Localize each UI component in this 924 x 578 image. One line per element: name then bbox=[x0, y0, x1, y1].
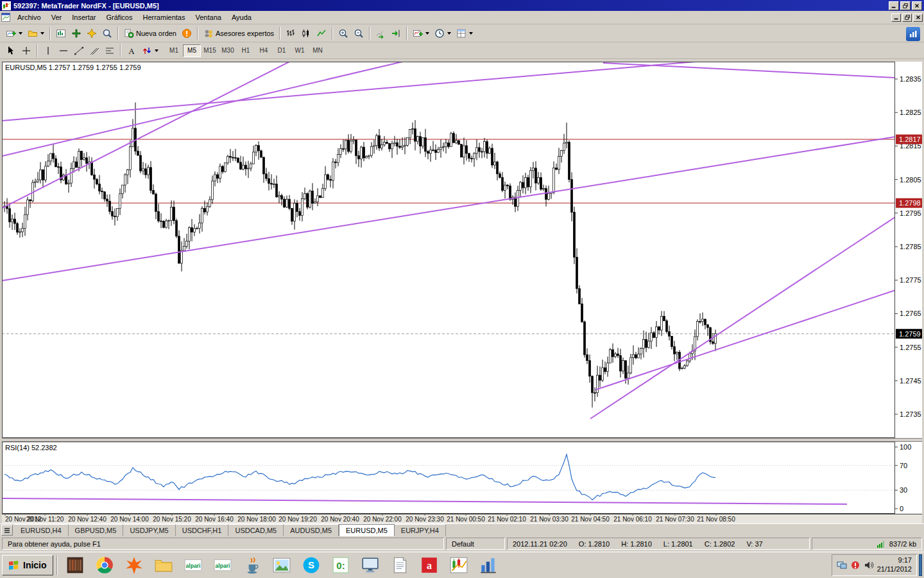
toolbar-zoom-out[interactable] bbox=[351, 26, 366, 40]
start-label: Inicio bbox=[23, 560, 47, 570]
toolbar-auto-scroll[interactable] bbox=[373, 26, 388, 40]
timeframe-m15[interactable]: M15 bbox=[201, 44, 219, 57]
quicklaunch-alpari-icon[interactable]: alpari bbox=[179, 554, 207, 576]
quicklaunch-stats-icon[interactable] bbox=[474, 554, 502, 576]
toolbar-chart-bars[interactable] bbox=[283, 26, 298, 40]
svg-text:1.2825: 1.2825 bbox=[900, 109, 921, 116]
timeframe-h1[interactable]: H1 bbox=[237, 44, 255, 57]
taskbar: Inicio alparialpariS0:a 9:17 21/11/2012 bbox=[0, 552, 924, 578]
toolbar-new-order[interactable]: Nueva orden bbox=[121, 26, 179, 40]
menu-herramientas[interactable]: Herramientas bbox=[137, 12, 190, 23]
restore-button[interactable] bbox=[900, 1, 911, 10]
tab-eurjpy-h4[interactable]: EURJPY,H4 bbox=[395, 524, 446, 536]
status-profile-text: Default bbox=[452, 540, 474, 548]
minimize-button[interactable] bbox=[889, 1, 899, 10]
toolbar-periods[interactable] bbox=[432, 26, 454, 40]
quicklaunch-computer-icon[interactable] bbox=[356, 554, 384, 576]
menu-bar: ArchivoVerInsertarGráficosHerramientasVe… bbox=[0, 11, 924, 24]
price-chart-canvas[interactable]: 20 Nov 201220 Nov 11:2020 Nov 12:4020 No… bbox=[2, 62, 922, 523]
toolbar-data-window[interactable] bbox=[69, 26, 84, 40]
timeframe-w1[interactable]: W1 bbox=[291, 44, 309, 57]
quicklaunch-alpari-red-icon[interactable]: a bbox=[415, 554, 443, 576]
quicklaunch-alpari2-icon[interactable]: alpari bbox=[209, 554, 237, 576]
close-button[interactable] bbox=[912, 1, 922, 10]
toolbar-expert-advisors[interactable]: Asesores expertos bbox=[201, 26, 277, 40]
toolbar-chart-candles[interactable] bbox=[298, 26, 314, 40]
quicklaunch-notepad-icon[interactable] bbox=[386, 554, 414, 576]
menu-ayuda[interactable]: Ayuda bbox=[227, 12, 257, 23]
quicklaunch-mt4-icon[interactable] bbox=[445, 554, 473, 576]
toolbar-chart-shift[interactable] bbox=[388, 26, 404, 40]
menu-ver[interactable]: Ver bbox=[46, 12, 67, 23]
tray-display-icon[interactable] bbox=[837, 560, 847, 570]
quicklaunch-java-icon[interactable] bbox=[238, 554, 266, 576]
child-restore-button[interactable] bbox=[902, 13, 912, 22]
quicklaunch-skype-icon[interactable]: S bbox=[297, 554, 325, 576]
toolbar-indicators[interactable] bbox=[410, 26, 432, 40]
menu-archivo[interactable]: Archivo bbox=[12, 12, 46, 23]
toolbar-market-watch[interactable] bbox=[53, 26, 69, 40]
toolbar-cursor[interactable] bbox=[3, 44, 19, 58]
menu-insertar[interactable]: Insertar bbox=[67, 12, 101, 23]
tray-volume-icon[interactable] bbox=[864, 560, 874, 570]
tray-date: 21/11/2012 bbox=[877, 565, 912, 574]
toolbar-horizontal-line[interactable] bbox=[56, 44, 71, 58]
toolbar-navigator[interactable] bbox=[84, 26, 99, 40]
toolbar-crosshair[interactable] bbox=[19, 44, 34, 58]
menu-grficos[interactable]: Gráficos bbox=[101, 12, 138, 23]
toolbar-zoom-in[interactable] bbox=[336, 26, 351, 40]
toolbar-strategy-tester[interactable] bbox=[99, 26, 115, 40]
tab-usdcad-m5[interactable]: USDCAD,M5 bbox=[228, 524, 284, 536]
toolbar-equidistant-channel[interactable] bbox=[87, 44, 102, 58]
tab-eurusd-m5[interactable]: EURUSD,M5 bbox=[339, 524, 395, 536]
start-button[interactable]: Inicio bbox=[2, 555, 53, 575]
quicklaunch-orange-app-icon[interactable] bbox=[120, 554, 148, 576]
toolbar-trendline[interactable] bbox=[71, 44, 87, 58]
mql-community-icon[interactable] bbox=[906, 27, 920, 41]
metatrader-window: 592397: MetaTrader NordFX - [EURUSD,M5] … bbox=[0, 0, 924, 578]
quote-bar-time: 2012.11.21 02:20 bbox=[513, 540, 567, 548]
timeframe-d1[interactable]: D1 bbox=[273, 44, 291, 57]
toolbar-arrows[interactable] bbox=[139, 44, 161, 58]
toolbar-fibonacci[interactable] bbox=[102, 44, 117, 58]
svg-text:20 Nov 20:40: 20 Nov 20:40 bbox=[321, 516, 359, 523]
toolbar-text-label[interactable]: A bbox=[124, 44, 139, 58]
template-icon bbox=[456, 28, 466, 39]
toolbar-label-expert-advisors: Asesores expertos bbox=[216, 30, 274, 37]
timeframe-mn[interactable]: MN bbox=[309, 44, 327, 57]
tray-alert-icon[interactable] bbox=[850, 560, 860, 570]
tab-eurusd-h4[interactable]: EURUSD,H4 bbox=[14, 524, 69, 536]
tab-usdchf-h1[interactable]: USDCHF,H1 bbox=[176, 524, 229, 536]
quote-high: H: 1.2810 bbox=[621, 540, 652, 548]
quicklaunch-books-icon[interactable] bbox=[61, 554, 89, 576]
zoom-out-icon bbox=[354, 28, 364, 39]
toolbar-vertical-line[interactable] bbox=[40, 44, 56, 58]
quicklaunch-folder-icon[interactable] bbox=[150, 554, 178, 576]
timeframe-m30[interactable]: M30 bbox=[219, 44, 237, 57]
svg-text:RSI(14) 52.2382: RSI(14) 52.2382 bbox=[5, 444, 57, 451]
menu-ventana[interactable]: Ventana bbox=[191, 12, 227, 23]
tab-gbpusd-m5[interactable]: GBPUSD,M5 bbox=[69, 524, 124, 536]
child-minimize-button[interactable] bbox=[891, 13, 901, 22]
status-profile-panel[interactable]: Default bbox=[446, 538, 505, 550]
svg-text:21 Nov 04:50: 21 Nov 04:50 bbox=[571, 516, 610, 523]
quicklaunch-photos-icon[interactable] bbox=[268, 554, 296, 576]
tab-audusd-m5[interactable]: AUDUSD,M5 bbox=[284, 524, 339, 536]
toolbar-templates[interactable] bbox=[454, 26, 475, 40]
toolbar-new-chart[interactable] bbox=[3, 26, 25, 40]
timeframe-buttons: M1M5M15M30H1H4D1W1MN bbox=[165, 44, 327, 57]
toolbar-profiles[interactable] bbox=[25, 26, 47, 40]
quicklaunch-chrome-icon[interactable] bbox=[90, 554, 119, 576]
toolbar-metaeditor[interactable] bbox=[179, 26, 194, 40]
quicklaunch-zero-icon[interactable]: 0: bbox=[327, 554, 355, 576]
svg-text:alpari: alpari bbox=[185, 563, 200, 569]
svg-text:EURUSD,M5 1.2757 1.2759 1.2755: EURUSD,M5 1.2757 1.2759 1.2755 1.2759 bbox=[5, 64, 141, 71]
child-close-button[interactable] bbox=[913, 13, 923, 22]
timeframe-h4[interactable]: H4 bbox=[255, 44, 273, 57]
tab-usdjpy-m5[interactable]: USDJPY,M5 bbox=[123, 524, 175, 536]
timeframe-m1[interactable]: M1 bbox=[165, 44, 183, 57]
show-desktop-strip[interactable] bbox=[919, 554, 922, 576]
timeframe-m5[interactable]: M5 bbox=[183, 44, 201, 57]
toolbar-chart-line[interactable] bbox=[314, 26, 329, 40]
tab-list-icon[interactable] bbox=[1, 525, 13, 536]
